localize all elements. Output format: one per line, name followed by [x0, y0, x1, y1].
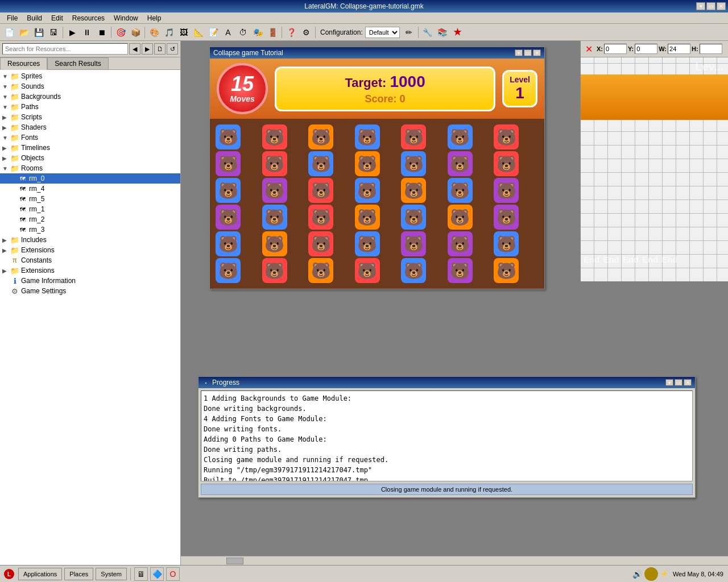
taskbar-applications[interactable]: Applications	[18, 568, 62, 580]
tree-item-timelines[interactable]: ▶ 📁 Timelines	[0, 143, 180, 153]
game-window-controls[interactable]: ▾ ▭ ✕	[515, 49, 541, 56]
new-tree-button[interactable]: 🗋	[154, 43, 166, 55]
menu-window[interactable]: Window	[109, 13, 143, 23]
tree-item-rm4[interactable]: 🗺 rm_4	[0, 184, 180, 194]
volume-icon[interactable]: 🔊	[632, 569, 642, 579]
y-input[interactable]	[635, 44, 657, 54]
game-cell: 🐻	[355, 258, 380, 283]
tree-item-includes[interactable]: ▶ 📁 Includes	[0, 235, 180, 245]
menu-edit[interactable]: Edit	[47, 13, 68, 23]
tree-item-rm2[interactable]: 🗺 rm_2	[0, 214, 180, 225]
tree-item-objects[interactable]: ▶ 📁 Objects	[0, 153, 180, 163]
taskbar-icon-1[interactable]: 🖥	[134, 567, 148, 581]
config-select[interactable]: Default	[365, 27, 400, 38]
editor-canvas[interactable]: Lev... End End End End End	[581, 57, 728, 281]
package-button[interactable]: 📦	[129, 26, 142, 39]
new-button[interactable]: 📄	[2, 26, 16, 39]
tree-item-extensions[interactable]: ▶ 📁 Extensions	[0, 245, 180, 255]
menu-help[interactable]: Help	[143, 13, 166, 23]
tree-item-sprites[interactable]: ▼ 📁 Sprites	[0, 71, 180, 81]
power-icon[interactable]: ⚡	[660, 570, 668, 577]
font-button[interactable]: A	[221, 26, 235, 39]
tree-item-backgrounds[interactable]: ▼ 📁 Backgrounds	[0, 92, 180, 102]
game-grid: 🐻 🐻 🐻 🐻 🐻 🐻 🐻 🐻 🐻 🐻 🐻 🐻 🐻 🐻	[210, 119, 544, 289]
progress-minimize[interactable]: ▾	[665, 379, 673, 386]
tree-item-rm5[interactable]: 🗺 rm_5	[0, 194, 180, 204]
scroll-thumb[interactable]	[226, 558, 243, 564]
search-input[interactable]	[2, 43, 128, 55]
save-button[interactable]: 💾	[32, 26, 46, 39]
w-input[interactable]	[668, 44, 690, 54]
tree-item-fonts[interactable]: ▼ 📁 Fonts	[0, 132, 180, 143]
tab-resources[interactable]: Resources	[0, 57, 47, 70]
game-cell: 🐻	[308, 205, 333, 230]
extra-button[interactable]: 🔧	[421, 26, 435, 39]
script-button[interactable]: 📝	[206, 26, 220, 39]
menu-resources[interactable]: Resources	[68, 13, 109, 23]
tree-item-paths[interactable]: ▼ 📁 Paths	[0, 102, 180, 112]
open-button[interactable]: 📂	[17, 26, 31, 39]
game-cell: 🐻	[308, 258, 333, 283]
progress-log[interactable]: 1 Adding Backgrounds to Game Module: Don…	[201, 390, 693, 481]
stop-button[interactable]: ⏹	[95, 26, 109, 39]
game-window-title: Collapse game Tutorial	[213, 49, 283, 57]
tree-item-rm3[interactable]: 🗺 rm_3	[0, 225, 180, 235]
game-maximize[interactable]: ▭	[524, 49, 532, 56]
close-button[interactable]: ✕	[717, 2, 726, 10]
menu-file[interactable]: File	[2, 13, 22, 23]
menu-build[interactable]: Build	[22, 13, 47, 23]
object-button[interactable]: 🎭	[251, 26, 264, 39]
timeline-button[interactable]: ⏱	[236, 26, 250, 39]
tree-item-sounds[interactable]: ▼ 📁 Sounds	[0, 81, 180, 92]
help-button[interactable]: 📚	[436, 26, 449, 39]
progress-maximize[interactable]: ▭	[675, 379, 682, 386]
room-button[interactable]: 🚪	[266, 26, 279, 39]
taskbar-icon-2[interactable]: 🔷	[150, 567, 164, 581]
game-minimize[interactable]: ▾	[515, 49, 523, 56]
tree-item-extensions2[interactable]: ▶ 📁 Extensions	[0, 265, 180, 276]
tree-item-constants[interactable]: π Constants	[0, 255, 180, 265]
bg-button[interactable]: 🖼	[177, 26, 191, 39]
network-icon[interactable]	[644, 567, 658, 581]
taskbar-places[interactable]: Places	[64, 568, 93, 580]
editor-close-icon[interactable]: ✕	[582, 42, 595, 56]
refresh-button[interactable]: ↺	[167, 43, 178, 55]
path-button[interactable]: 📐	[192, 26, 205, 39]
log-line-1: 1 Adding Backgrounds to Game Module:	[204, 393, 690, 404]
sprite-button[interactable]: 🎨	[147, 26, 161, 39]
nav-forward-button[interactable]: ▶	[142, 43, 153, 55]
tree-item-scripts[interactable]: ▶ 📁 Scripts	[0, 112, 180, 122]
maximize-button[interactable]: ▭	[706, 2, 715, 10]
gamesettings-button[interactable]: ⚙	[299, 26, 313, 39]
sound-button[interactable]: 🎵	[162, 26, 176, 39]
game-header: 15 Moves Target: 1000 Score: 0	[210, 59, 544, 119]
tree-item-rm1[interactable]: 🗺 rm_1	[0, 204, 180, 214]
tree-item-game-settings[interactable]: ⚙ Game Settings	[0, 286, 180, 296]
game-cell: 🐻	[401, 258, 426, 283]
game-cell: 🐻	[262, 258, 287, 283]
tree-item-rm0[interactable]: 🗺 rm_0	[0, 173, 180, 184]
game-close[interactable]: ✕	[533, 49, 541, 56]
nav-back-button[interactable]: ◀	[129, 43, 140, 55]
x-input[interactable]	[604, 44, 627, 54]
pause-button[interactable]: ⏸	[80, 26, 94, 39]
tab-search-results[interactable]: Search Results	[47, 57, 108, 69]
window-controls[interactable]: ▾ ▭ ✕	[696, 2, 726, 10]
minimize-button[interactable]: ▾	[696, 2, 705, 10]
taskbar-icon-3[interactable]: O	[166, 567, 180, 581]
play-button[interactable]: ▶	[65, 26, 79, 39]
gameinfo-button[interactable]: ❓	[284, 26, 298, 39]
progress-controls[interactable]: ▾ ▭ ✕	[665, 379, 692, 386]
save-as-button[interactable]: 🖫	[47, 26, 60, 39]
tree-item-rooms[interactable]: ▼ 📁 Rooms	[0, 163, 180, 173]
taskbar-system[interactable]: System	[96, 568, 127, 580]
tree-item-shaders[interactable]: ▶ 📁 Shaders	[0, 122, 180, 132]
enigma-button[interactable]: ★	[450, 26, 464, 39]
config-edit-button[interactable]: ✏	[402, 26, 416, 39]
target-button[interactable]: 🎯	[114, 26, 127, 39]
game-cell: 🐻	[355, 205, 380, 230]
progress-close[interactable]: ✕	[684, 379, 692, 386]
tree-item-game-information[interactable]: ℹ Game Information	[0, 276, 180, 286]
h-scrollbar[interactable]	[181, 556, 728, 565]
h-input[interactable]	[700, 44, 722, 54]
